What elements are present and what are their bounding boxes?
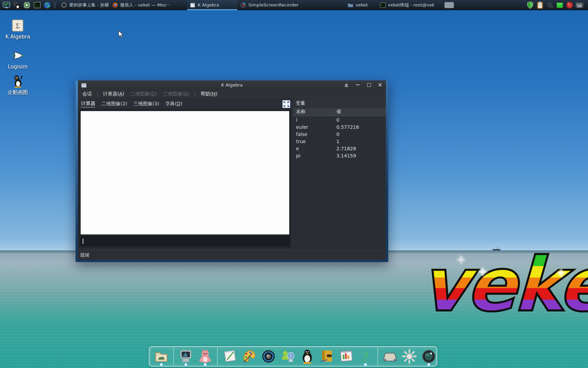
variable-name: e — [293, 145, 333, 152]
menu-plot2d[interactable]: 二维图像(D) — [127, 89, 160, 98]
variable-name: euler — [293, 123, 333, 131]
variable-row[interactable]: i0 — [293, 116, 386, 124]
tab-plot3d[interactable]: 三维图像(3) — [130, 99, 162, 109]
status-text: 就绪 — [80, 252, 89, 258]
maximize-icon — [367, 83, 371, 87]
dock-text-editor-icon[interactable] — [221, 348, 238, 365]
variable-value: 0 — [333, 131, 386, 138]
close-button[interactable] — [378, 82, 382, 87]
dock-tux-icon[interactable] — [299, 348, 316, 365]
taskbar-item-veket-terminal[interactable]: >_veket终端 - root@vek··· — [377, 0, 434, 10]
running-indicator — [160, 363, 163, 366]
dock-help-icon[interactable]: ? — [357, 348, 374, 365]
dock-computer-icon[interactable] — [177, 348, 194, 365]
system-monitor-icon[interactable] — [2, 1, 11, 9]
input-method-icon[interactable] — [566, 1, 573, 9]
column-header-名称[interactable]: 名称 — [293, 108, 333, 116]
settings-icon[interactable] — [546, 1, 554, 9]
menu-help[interactable]: 帮助(H) — [197, 89, 220, 98]
calculator-pane: 计算器二维图像(2)三维图像(3)字典(D) — [78, 99, 292, 250]
keyboard-layout-icon[interactable] — [576, 1, 583, 9]
taskbar-launchers: >_ — [2, 1, 51, 9]
pager-icon[interactable] — [444, 2, 454, 8]
variable-value: 0 — [333, 116, 386, 124]
web-browser-icon[interactable] — [43, 1, 51, 9]
taskbar-window-list: 爱的故事上集 - 孙耀...微器人 - veket — Moz···K Alge… — [58, 0, 434, 10]
taskbar-item-label: 微器人 - veket — Moz··· — [120, 2, 170, 8]
shade-button[interactable] — [344, 82, 349, 87]
window-icon — [190, 2, 196, 8]
minimize-button[interactable] — [355, 82, 360, 87]
dock-office-chart-icon[interactable] — [338, 348, 355, 365]
taskbar-item-screen-recorder[interactable]: SimpleScreenRecorder — [238, 0, 345, 10]
dock-camera-globe-icon[interactable] — [420, 348, 437, 365]
run-app-icon[interactable] — [22, 1, 31, 9]
dock-paint-icon[interactable] — [241, 348, 258, 365]
maximize-button[interactable] — [366, 82, 371, 87]
dock-audio-mixer-icon[interactable] — [260, 348, 277, 365]
running-indicator — [427, 363, 430, 366]
shield-icon[interactable] — [526, 1, 534, 9]
taskbar-item-veket-folder[interactable]: veket — [345, 0, 377, 10]
dock-separator — [377, 348, 378, 365]
menu-plot3d[interactable]: 三维图像(G) — [160, 89, 193, 98]
taskbar-item-label: veket — [356, 2, 368, 7]
variable-value: 2.71828 — [333, 145, 386, 152]
desktop-icon-logisim[interactable]: Logisim — [0, 49, 35, 70]
logisim-app-icon — [11, 49, 24, 62]
variable-row[interactable]: false0 — [293, 131, 386, 138]
taskbar-indicators — [442, 2, 454, 8]
taskbar-item-media-title[interactable]: 爱的故事上集 - 孙耀... — [58, 0, 109, 10]
expression-input[interactable] — [80, 236, 290, 246]
menubar: 会话|计算器(A)二维图像(D)三维图像(G)|帮助(H) — [78, 89, 386, 99]
window-title: K Algebra — [78, 82, 386, 88]
menu-session[interactable]: 会话 — [79, 89, 95, 98]
minimize-icon — [356, 85, 360, 85]
variable-name: false — [293, 131, 333, 138]
taskbar-item-label: 爱的故事上集 - 孙耀... — [69, 2, 109, 8]
tab-dictionary[interactable]: 字典(D) — [162, 99, 185, 109]
fullscreen-button[interactable] — [282, 100, 290, 108]
media-player-icon[interactable] — [12, 1, 21, 9]
variable-row[interactable]: pi3.14159 — [293, 152, 386, 159]
taskbar-item-kalgebra[interactable]: K Algebra — [187, 0, 238, 10]
desktop-icon-kalgebra[interactable]: ΣK Algebra — [0, 19, 35, 40]
kalgebra-titlebar[interactable]: K Algebra — [78, 80, 386, 89]
variables-table: 名称值 i0euler0.577216false0true1e2.71828pi… — [293, 108, 386, 159]
dock-brightness-icon[interactable] — [401, 348, 418, 365]
variable-name: pi — [293, 152, 333, 159]
dock-pet-cat-icon[interactable] — [197, 348, 214, 365]
calculator-frame — [79, 109, 291, 248]
taskbar: >_ 爱的故事上集 - 孙耀...微器人 - veket — Moz···K A… — [0, 0, 588, 10]
taskbar-item-firefox[interactable]: 微器人 - veket — Moz··· — [109, 0, 187, 10]
dock-file-manager-icon[interactable] — [153, 348, 170, 365]
window-menu-icon[interactable] — [81, 83, 86, 87]
variable-row[interactable]: true1 — [293, 138, 386, 145]
panel-grip[interactable] — [53, 2, 56, 8]
variable-row[interactable]: euler0.577216 — [293, 123, 386, 131]
network-status-icon[interactable] — [556, 1, 564, 9]
column-header-值[interactable]: 值 — [333, 108, 386, 116]
dock-separator — [173, 348, 174, 365]
taskbar-item-label: SimpleScreenRecorder — [248, 2, 298, 7]
firefox-icon — [112, 2, 118, 8]
folder-icon — [347, 2, 354, 8]
desktop-icon-tuxpaint[interactable]: 企鹅画图 — [0, 74, 35, 96]
menu-calculator[interactable]: 计算器(A) — [100, 89, 128, 98]
terminal-icon[interactable]: >_ — [33, 1, 41, 9]
svg-text:Σ: Σ — [16, 21, 20, 30]
text-caret — [83, 239, 83, 244]
clipboard-icon[interactable] — [536, 1, 544, 9]
dock-journal-icon[interactable] — [318, 348, 335, 365]
svg-text:>_: >_ — [381, 3, 383, 6]
system-tray — [526, 1, 583, 9]
tab-plot2d[interactable]: 二维图像(2) — [98, 99, 130, 109]
variable-row[interactable]: e2.71828 — [293, 145, 386, 152]
tab-calculator[interactable]: 计算器 — [78, 99, 98, 109]
dock-user-network-icon[interactable] — [279, 348, 296, 365]
dock-touchpad-config-icon[interactable] — [381, 348, 398, 365]
variables-panel: 变量 名称值 i0euler0.577216false0true1e2.7182… — [293, 99, 386, 250]
menu-separator: | — [95, 91, 100, 97]
penguin-app-icon — [11, 74, 24, 88]
dock: ? — [149, 346, 437, 367]
